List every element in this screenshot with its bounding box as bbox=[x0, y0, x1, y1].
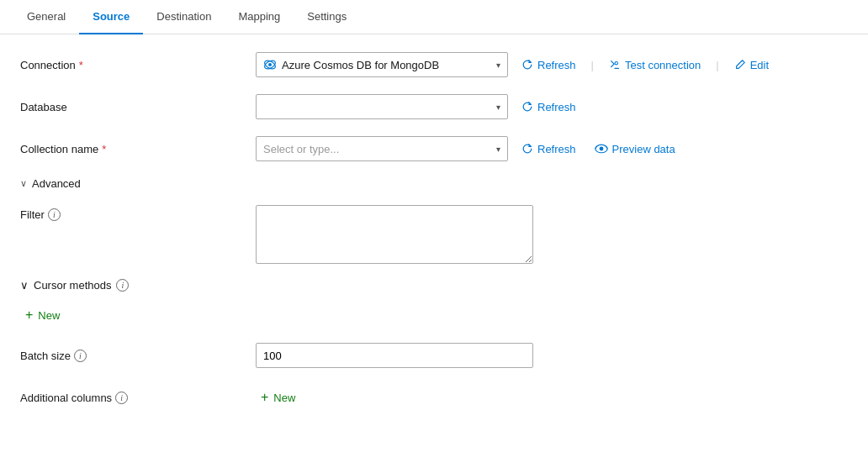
batch-size-info-icon: i bbox=[74, 350, 87, 362]
preview-icon bbox=[595, 144, 608, 154]
new-cursor-button[interactable]: + New bbox=[20, 305, 65, 325]
test-connection-button[interactable]: Test connection bbox=[604, 55, 706, 75]
edit-button[interactable]: Edit bbox=[729, 55, 774, 75]
tab-settings[interactable]: Settings bbox=[294, 0, 360, 34]
connection-refresh-button[interactable]: Refresh bbox=[516, 55, 581, 75]
sep-2: | bbox=[716, 59, 718, 71]
preview-data-button[interactable]: Preview data bbox=[590, 139, 680, 159]
collection-name-label: Collection name * bbox=[20, 143, 256, 155]
collection-refresh-button[interactable]: Refresh bbox=[516, 139, 581, 159]
connection-controls: Azure Cosmos DB for MongoDB ▾ Refresh | … bbox=[256, 52, 848, 77]
database-dropdown[interactable]: ▾ bbox=[256, 94, 508, 119]
filter-textarea[interactable] bbox=[256, 205, 533, 264]
additional-columns-row: Additional columns i + New bbox=[20, 384, 848, 411]
additional-columns-info-icon: i bbox=[115, 392, 128, 404]
collection-name-required: * bbox=[102, 143, 106, 155]
collection-refresh-icon bbox=[521, 143, 533, 155]
filter-info-icon: i bbox=[48, 208, 61, 221]
cursor-methods-chevron: ∨ bbox=[20, 279, 29, 292]
filter-row: Filter i bbox=[20, 205, 848, 264]
batch-size-input[interactable] bbox=[256, 343, 533, 368]
connection-dropdown-chevron: ▾ bbox=[496, 60, 500, 70]
database-label: Database bbox=[20, 101, 256, 113]
source-form: Connection * Azure Cosmos DB for MongoDB… bbox=[0, 34, 868, 443]
edit-icon bbox=[734, 59, 746, 71]
collection-name-placeholder: Select or type... bbox=[263, 143, 339, 155]
additional-columns-label: Additional columns i bbox=[20, 392, 256, 404]
database-dropdown-chevron: ▾ bbox=[496, 103, 500, 112]
new-cursor-row: + New bbox=[20, 305, 848, 325]
refresh-icon bbox=[521, 59, 533, 71]
tabs-bar: General Source Destination Mapping Setti… bbox=[0, 0, 868, 34]
batch-size-label: Batch size i bbox=[20, 350, 256, 362]
connection-row: Connection * Azure Cosmos DB for MongoDB… bbox=[20, 51, 848, 78]
connection-required: * bbox=[79, 59, 83, 71]
additional-columns-new-button[interactable]: + New bbox=[256, 387, 300, 408]
svg-point-5 bbox=[599, 147, 603, 151]
sep-1: | bbox=[591, 59, 594, 71]
connection-dropdown[interactable]: Azure Cosmos DB for MongoDB ▾ bbox=[256, 52, 508, 77]
collection-name-row: Collection name * Select or type... ▾ Re… bbox=[20, 135, 848, 162]
collection-name-chevron: ▾ bbox=[496, 145, 500, 154]
filter-label: Filter i bbox=[20, 205, 256, 221]
tab-general[interactable]: General bbox=[13, 0, 79, 34]
test-connection-icon bbox=[609, 59, 621, 71]
cursor-methods-info-icon: i bbox=[116, 279, 129, 292]
additional-columns-controls: + New bbox=[256, 387, 848, 408]
cosmos-icon bbox=[263, 58, 277, 71]
svg-point-3 bbox=[615, 62, 618, 66]
database-controls: ▾ Refresh bbox=[256, 94, 848, 119]
database-row: Database ▾ Refresh bbox=[20, 93, 848, 120]
tab-destination[interactable]: Destination bbox=[143, 0, 225, 34]
database-refresh-icon bbox=[521, 101, 533, 113]
batch-size-row: Batch size i bbox=[20, 342, 848, 369]
advanced-chevron-icon: ∨ bbox=[20, 178, 27, 189]
tab-mapping[interactable]: Mapping bbox=[225, 0, 294, 34]
cursor-methods-toggle[interactable]: ∨ Cursor methods i bbox=[20, 279, 848, 292]
collection-name-dropdown[interactable]: Select or type... ▾ bbox=[256, 136, 508, 161]
svg-point-2 bbox=[268, 63, 272, 66]
database-refresh-button[interactable]: Refresh bbox=[516, 97, 581, 117]
advanced-toggle[interactable]: ∨ Advanced bbox=[20, 177, 848, 190]
advanced-label: Advanced bbox=[32, 177, 81, 190]
cursor-methods-label: Cursor methods bbox=[34, 279, 111, 292]
connection-label: Connection * bbox=[20, 59, 256, 71]
plus-icon: + bbox=[25, 308, 33, 322]
collection-name-controls: Select or type... ▾ Refresh Preview data bbox=[256, 136, 848, 161]
additional-columns-plus-icon: + bbox=[261, 391, 268, 404]
connection-dropdown-value: Azure Cosmos DB for MongoDB bbox=[263, 58, 439, 71]
tab-source[interactable]: Source bbox=[79, 0, 143, 34]
batch-size-controls bbox=[256, 343, 848, 368]
